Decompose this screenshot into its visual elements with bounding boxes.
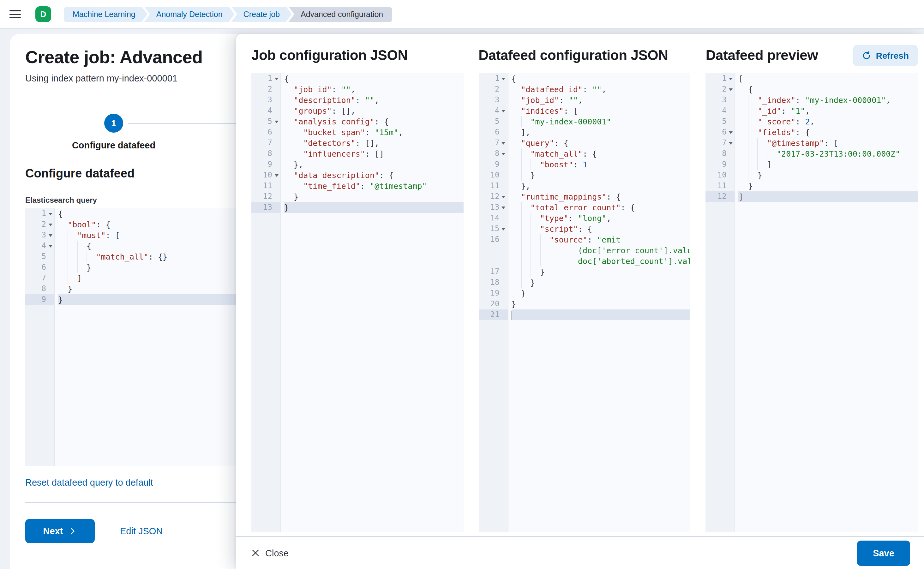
editor-code[interactable]: [{"_index": "my-index-000001","_id": "1"… [735, 73, 918, 532]
breadcrumb-machine-learning[interactable]: Machine Learning [64, 7, 148, 22]
editor-gutter: 12345678910111213 [251, 73, 281, 532]
code-line[interactable]: } [511, 277, 690, 288]
code-line[interactable]: } [511, 288, 690, 299]
job-config-column: Job configuration JSON 12345678910111213… [251, 44, 463, 532]
code-line[interactable]: } [511, 266, 690, 277]
code-line[interactable]: } [738, 170, 918, 181]
edit-json-link[interactable]: Edit JSON [120, 526, 163, 536]
code-line[interactable]: { [511, 73, 690, 84]
step-1-label: Configure datafeed [50, 140, 177, 150]
editor-gutter: 123456789101112 [706, 73, 735, 532]
reset-query-link[interactable]: Reset datafeed query to default [25, 478, 153, 488]
code-line[interactable] [511, 309, 690, 320]
code-line[interactable]: "fields": { [738, 127, 918, 138]
code-line[interactable]: "_index": "my-index-000001", [738, 95, 918, 105]
code-line[interactable]: "runtime_mappings": { [511, 191, 690, 202]
editor-code[interactable]: {"job_id": "","description": "","groups"… [281, 73, 463, 532]
code-line[interactable]: "bucket_span": "15m", [284, 127, 463, 138]
code-line[interactable]: } [738, 181, 918, 191]
editor-gutter: 123456789101112131415161718192021 [478, 73, 508, 532]
breadcrumb-create-job[interactable]: Create job [231, 7, 292, 22]
code-line[interactable]: ], [511, 127, 690, 138]
code-line[interactable]: "type": "long", [511, 213, 690, 224]
code-line[interactable]: "source": "emit [511, 234, 690, 245]
next-button-label: Next [43, 526, 63, 536]
code-line[interactable]: "_score": 2, [738, 116, 918, 127]
menu-icon[interactable] [9, 8, 21, 21]
code-line[interactable]: } [511, 299, 690, 309]
code-line[interactable]: "match_all": { [511, 148, 690, 159]
code-line[interactable]: "datafeed_id": "", [511, 84, 690, 95]
flyout-columns: Job configuration JSON 12345678910111213… [236, 34, 924, 536]
datafeed-config-editor[interactable]: 123456789101112131415161718192021 {"data… [478, 73, 690, 532]
chevron-right-icon [68, 527, 77, 536]
code-line[interactable]: "_id": "1", [738, 105, 918, 116]
code-line[interactable]: }, [284, 159, 463, 170]
editor-gutter: 123456789 [25, 208, 55, 466]
refresh-button[interactable]: Refresh [853, 45, 918, 66]
job-config-editor[interactable]: 12345678910111213 {"job_id": "","descrip… [251, 73, 463, 532]
code-line[interactable]: ] [738, 191, 918, 202]
code-line[interactable]: "total_error_count": { [511, 202, 690, 213]
code-line[interactable]: "influencers": [] [284, 148, 463, 159]
editor-code[interactable]: {"datafeed_id": "","job_id": "","indices… [508, 73, 690, 532]
close-button-label: Close [265, 548, 289, 558]
code-line[interactable]: "my-index-000001" [511, 116, 690, 127]
code-line[interactable]: "query": { [511, 138, 690, 148]
step-1-circle[interactable]: 1 [104, 114, 123, 132]
code-line[interactable]: doc['aborted_count'].value)" [511, 256, 690, 266]
code-line[interactable]: } [284, 202, 463, 213]
code-line[interactable]: "boost": 1 [511, 159, 690, 170]
code-line[interactable]: "time_field": "@timestamp" [284, 181, 463, 191]
breadcrumb-anomaly-detection[interactable]: Anomaly Detection [144, 7, 234, 22]
code-line[interactable]: "job_id": "", [511, 95, 690, 105]
datafeed-config-column: Datafeed configuration JSON 123456789101… [478, 44, 690, 532]
breadcrumbs: Machine LearningAnomaly DetectionCreate … [64, 7, 392, 22]
code-line[interactable]: } [284, 191, 463, 202]
datafeed-preview-editor[interactable]: 123456789101112 [{"_index": "my-index-00… [706, 73, 918, 532]
refresh-icon [862, 51, 871, 60]
code-line[interactable]: "description": "", [284, 95, 463, 105]
code-line[interactable]: "script": { [511, 224, 690, 234]
code-line[interactable]: }, [511, 181, 690, 191]
code-line[interactable]: { [738, 84, 918, 95]
job-config-title: Job configuration JSON [251, 47, 408, 64]
close-icon [251, 549, 260, 557]
flyout-panel: Job configuration JSON 12345678910111213… [236, 34, 924, 569]
top-bar: D Machine LearningAnomaly DetectionCreat… [0, 0, 924, 29]
code-line[interactable]: "data_description": { [284, 170, 463, 181]
kibana-app: D Machine LearningAnomaly DetectionCreat… [0, 0, 924, 569]
datafeed-config-title: Datafeed configuration JSON [478, 47, 668, 64]
code-line[interactable]: [ [738, 73, 918, 84]
code-line[interactable]: "groups": [], [284, 105, 463, 116]
space-avatar[interactable]: D [35, 6, 51, 22]
code-line[interactable]: "analysis_config": { [284, 116, 463, 127]
code-line[interactable]: "@timestamp": [ [738, 138, 918, 148]
code-line[interactable]: "indices": [ [511, 105, 690, 116]
save-button[interactable]: Save [857, 540, 910, 566]
datafeed-preview-title: Datafeed preview [706, 47, 818, 64]
breadcrumb-advanced-configuration: Advanced configuration [289, 7, 392, 22]
flyout-footer: Close Save [236, 536, 924, 569]
code-line[interactable]: "2017-03-23T13:00:00.000Z" [738, 148, 918, 159]
datafeed-preview-column: Datafeed preview Refresh 123456789101112… [706, 44, 918, 532]
code-line[interactable]: "detectors": [], [284, 138, 463, 148]
code-line[interactable]: { [284, 73, 463, 84]
code-line[interactable]: (doc['error_count'].value + [511, 245, 690, 256]
code-line[interactable]: } [511, 170, 690, 181]
refresh-button-label: Refresh [876, 50, 909, 61]
code-line[interactable]: ] [738, 159, 918, 170]
code-line[interactable]: "job_id": "", [284, 84, 463, 95]
next-button[interactable]: Next [25, 519, 95, 543]
close-button[interactable]: Close [251, 548, 289, 558]
